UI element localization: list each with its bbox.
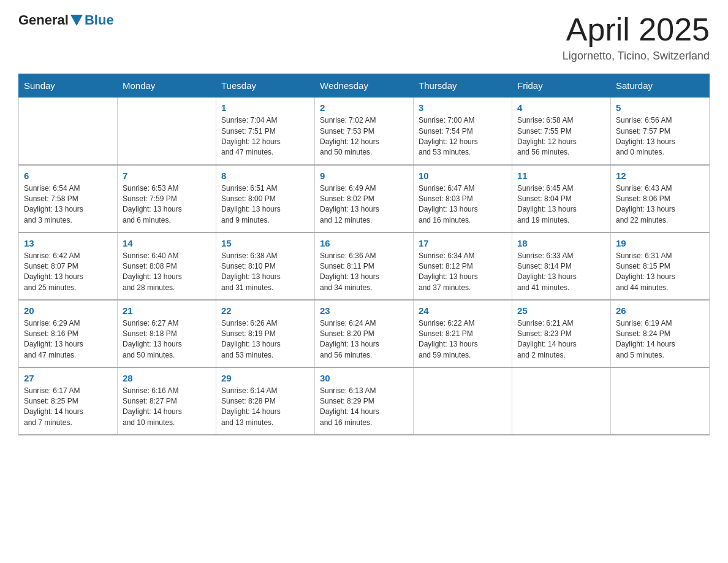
weekday-header-sunday: Sunday [19,74,118,98]
day-number: 9 [320,170,408,181]
calendar-cell [512,367,611,435]
day-info: Sunrise: 6:13 AM Sunset: 8:29 PM Dayligh… [320,386,408,429]
day-info: Sunrise: 6:33 AM Sunset: 8:14 PM Dayligh… [517,251,605,294]
day-info: Sunrise: 6:22 AM Sunset: 8:21 PM Dayligh… [419,318,507,361]
calendar-cell: 17Sunrise: 6:34 AM Sunset: 8:12 PM Dayli… [414,232,512,300]
calendar-cell: 27Sunrise: 6:17 AM Sunset: 8:25 PM Dayli… [19,367,118,435]
day-info: Sunrise: 6:47 AM Sunset: 8:03 PM Dayligh… [419,183,507,226]
day-number: 12 [616,170,704,181]
calendar-week-row: 20Sunrise: 6:29 AM Sunset: 8:16 PM Dayli… [19,300,710,367]
logo: General Blue [18,12,114,28]
day-info: Sunrise: 6:42 AM Sunset: 8:07 PM Dayligh… [24,251,112,294]
calendar-cell: 28Sunrise: 6:16 AM Sunset: 8:27 PM Dayli… [118,367,216,435]
day-number: 27 [24,373,112,383]
weekday-header-tuesday: Tuesday [216,74,315,98]
calendar-cell [19,98,118,165]
calendar-cell: 18Sunrise: 6:33 AM Sunset: 8:14 PM Dayli… [512,232,611,300]
calendar-cell [118,98,216,165]
calendar-cell: 22Sunrise: 6:26 AM Sunset: 8:19 PM Dayli… [216,300,315,367]
calendar-week-row: 13Sunrise: 6:42 AM Sunset: 8:07 PM Dayli… [19,232,710,300]
day-number: 15 [221,238,309,248]
day-info: Sunrise: 6:27 AM Sunset: 8:18 PM Dayligh… [123,318,211,361]
calendar-cell: 10Sunrise: 6:47 AM Sunset: 8:03 PM Dayli… [414,165,512,232]
logo-general-text: General [18,12,69,28]
weekday-header-row: SundayMondayTuesdayWednesdayThursdayFrid… [19,74,710,98]
logo-blue-text: Blue [85,12,114,28]
day-info: Sunrise: 6:58 AM Sunset: 7:55 PM Dayligh… [517,115,605,158]
day-number: 4 [517,102,605,113]
day-info: Sunrise: 6:21 AM Sunset: 8:23 PM Dayligh… [517,318,605,361]
day-info: Sunrise: 6:24 AM Sunset: 8:20 PM Dayligh… [320,318,408,361]
location-text: Ligornetto, Ticino, Switzerland [563,50,710,63]
day-number: 23 [320,305,408,316]
day-info: Sunrise: 6:40 AM Sunset: 8:08 PM Dayligh… [123,251,211,294]
day-number: 16 [320,238,408,248]
calendar-cell: 26Sunrise: 6:19 AM Sunset: 8:24 PM Dayli… [611,300,710,367]
calendar-cell [611,367,710,435]
day-number: 7 [123,170,211,181]
calendar-cell: 14Sunrise: 6:40 AM Sunset: 8:08 PM Dayli… [118,232,216,300]
day-number: 3 [419,102,507,113]
day-info: Sunrise: 6:45 AM Sunset: 8:04 PM Dayligh… [517,183,605,226]
day-info: Sunrise: 7:00 AM Sunset: 7:54 PM Dayligh… [419,115,507,158]
day-number: 21 [123,305,211,316]
day-info: Sunrise: 7:02 AM Sunset: 7:53 PM Dayligh… [320,115,408,158]
calendar-cell: 5Sunrise: 6:56 AM Sunset: 7:57 PM Daylig… [611,98,710,165]
calendar-cell: 15Sunrise: 6:38 AM Sunset: 8:10 PM Dayli… [216,232,315,300]
calendar-header: SundayMondayTuesdayWednesdayThursdayFrid… [19,74,710,98]
day-number: 30 [320,373,408,383]
day-number: 29 [221,373,309,383]
day-number: 19 [616,238,704,248]
weekday-header-wednesday: Wednesday [315,74,414,98]
day-info: Sunrise: 6:17 AM Sunset: 8:25 PM Dayligh… [24,386,112,429]
calendar-cell: 20Sunrise: 6:29 AM Sunset: 8:16 PM Dayli… [19,300,118,367]
day-info: Sunrise: 6:51 AM Sunset: 8:00 PM Dayligh… [221,183,309,226]
day-number: 24 [419,305,507,316]
day-info: Sunrise: 6:38 AM Sunset: 8:10 PM Dayligh… [221,251,309,294]
calendar-table: SundayMondayTuesdayWednesdayThursdayFrid… [18,74,710,435]
calendar-cell: 16Sunrise: 6:36 AM Sunset: 8:11 PM Dayli… [315,232,414,300]
day-info: Sunrise: 6:43 AM Sunset: 8:06 PM Dayligh… [616,183,704,226]
calendar-cell: 29Sunrise: 6:14 AM Sunset: 8:28 PM Dayli… [216,367,315,435]
day-info: Sunrise: 6:36 AM Sunset: 8:11 PM Dayligh… [320,251,408,294]
logo-triangle-icon [70,15,83,26]
weekday-header-friday: Friday [512,74,611,98]
day-number: 18 [517,238,605,248]
weekday-header-saturday: Saturday [611,74,710,98]
calendar-cell: 23Sunrise: 6:24 AM Sunset: 8:20 PM Dayli… [315,300,414,367]
calendar-week-row: 27Sunrise: 6:17 AM Sunset: 8:25 PM Dayli… [19,367,710,435]
calendar-cell: 8Sunrise: 6:51 AM Sunset: 8:00 PM Daylig… [216,165,315,232]
day-number: 28 [123,373,211,383]
calendar-cell: 24Sunrise: 6:22 AM Sunset: 8:21 PM Dayli… [414,300,512,367]
day-info: Sunrise: 6:26 AM Sunset: 8:19 PM Dayligh… [221,318,309,361]
calendar-week-row: 6Sunrise: 6:54 AM Sunset: 7:58 PM Daylig… [19,165,710,232]
weekday-header-thursday: Thursday [414,74,512,98]
calendar-cell [414,367,512,435]
page-header: General Blue April 2025 Ligornetto, Tici… [18,12,710,63]
calendar-cell: 1Sunrise: 7:04 AM Sunset: 7:51 PM Daylig… [216,98,315,165]
day-number: 1 [221,102,309,113]
day-number: 26 [616,305,704,316]
calendar-body: 1Sunrise: 7:04 AM Sunset: 7:51 PM Daylig… [19,98,710,435]
day-number: 8 [221,170,309,181]
day-number: 20 [24,305,112,316]
calendar-cell: 2Sunrise: 7:02 AM Sunset: 7:53 PM Daylig… [315,98,414,165]
day-number: 2 [320,102,408,113]
day-info: Sunrise: 6:56 AM Sunset: 7:57 PM Dayligh… [616,115,704,158]
calendar-cell: 19Sunrise: 6:31 AM Sunset: 8:15 PM Dayli… [611,232,710,300]
month-title: April 2025 [563,12,710,47]
day-number: 17 [419,238,507,248]
calendar-cell: 7Sunrise: 6:53 AM Sunset: 7:59 PM Daylig… [118,165,216,232]
calendar-cell: 12Sunrise: 6:43 AM Sunset: 8:06 PM Dayli… [611,165,710,232]
day-info: Sunrise: 6:29 AM Sunset: 8:16 PM Dayligh… [24,318,112,361]
day-number: 5 [616,102,704,113]
calendar-cell: 6Sunrise: 6:54 AM Sunset: 7:58 PM Daylig… [19,165,118,232]
calendar-cell: 9Sunrise: 6:49 AM Sunset: 8:02 PM Daylig… [315,165,414,232]
calendar-cell: 25Sunrise: 6:21 AM Sunset: 8:23 PM Dayli… [512,300,611,367]
calendar-cell: 3Sunrise: 7:00 AM Sunset: 7:54 PM Daylig… [414,98,512,165]
day-number: 11 [517,170,605,181]
day-info: Sunrise: 7:04 AM Sunset: 7:51 PM Dayligh… [221,115,309,158]
day-number: 22 [221,305,309,316]
day-info: Sunrise: 6:34 AM Sunset: 8:12 PM Dayligh… [419,251,507,294]
day-info: Sunrise: 6:16 AM Sunset: 8:27 PM Dayligh… [123,386,211,429]
